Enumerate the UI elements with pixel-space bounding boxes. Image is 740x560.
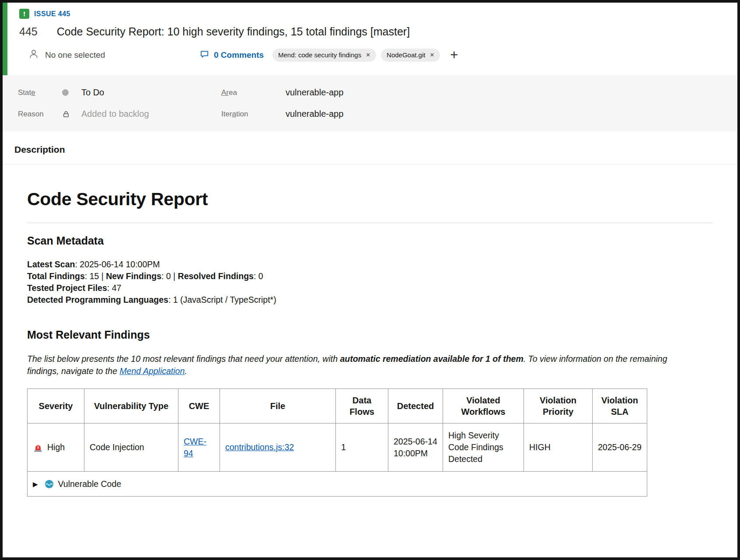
horizontal-rule [27, 223, 713, 223]
findings-counts-line: Total Findings: 15 | New Findings: 0 | R… [27, 270, 713, 282]
issue-id: 445 [19, 25, 38, 38]
data-flows-cell: 1 [336, 424, 388, 472]
speech-bubble-icon [199, 49, 209, 61]
tag-label: NodeGoat.git [387, 51, 425, 59]
file-cell: contributions.js:32 [220, 424, 336, 472]
reason-field-label: Reason [18, 110, 62, 119]
findings-table: Severity Vulnerability Type CWE File Dat… [27, 388, 647, 497]
column-header-severity: Severity [28, 389, 84, 424]
state-field: State To Do [18, 82, 221, 103]
fields-column-left: State To Do Reason Added to backlog [18, 82, 221, 131]
findings-intro: The list below presents the 10 most rele… [27, 353, 685, 377]
water-wave-icon [44, 479, 54, 489]
work-item-header: ISSUE 445 445 Code Security Report: 10 h… [3, 3, 737, 75]
meta-row: No one selected 0 Comments Mend: code se… [19, 48, 737, 62]
violated-workflows-cell: High Severity Code Findings Detected [443, 424, 524, 472]
iteration-value[interactable]: vulnerable-app [286, 109, 343, 119]
column-header-data-flows: Data Flows [336, 389, 388, 424]
comments-button[interactable]: 0 Comments [199, 49, 264, 61]
area-field-label: Area [221, 88, 286, 97]
comments-label: 0 Comments [214, 50, 264, 60]
cwe-cell: CWE-94 [178, 424, 220, 472]
violation-sla-cell: 2025-06-29 [593, 424, 647, 472]
iteration-field-label: Iteration [221, 110, 286, 119]
assignee-label: No one selected [45, 50, 105, 60]
severity-label: High [47, 442, 65, 452]
vulnerable-code-label[interactable]: Vulnerable Code [58, 479, 122, 489]
mend-application-link[interactable]: Mend Application [119, 366, 185, 376]
add-tag-button[interactable]: + [450, 48, 458, 62]
rotating-light-icon [33, 443, 43, 453]
tag-pill[interactable]: Mend: code security findings ✕ [272, 49, 376, 62]
most-relevant-findings-heading: Most Relevant Findings [27, 329, 713, 341]
issue-type-label[interactable]: ISSUE 445 [34, 10, 70, 18]
vulnerable-code-toggle[interactable]: ▶ Vulnerable Code [28, 472, 647, 497]
cwe-link[interactable]: CWE-94 [184, 437, 206, 458]
detected-cell: 2025-06-14 10:00PM [388, 424, 443, 472]
work-item-view: ISSUE 445 445 Code Security Report: 10 h… [0, 0, 740, 560]
latest-scan-line: Latest Scan: 2025-06-14 10:00PM [27, 259, 713, 270]
column-header-violation-priority: Violation Priority [524, 389, 593, 424]
state-value[interactable]: To Do [81, 88, 104, 98]
finding-row: High Code Injection CWE-94 contributions… [28, 424, 647, 472]
scan-metadata-block: Latest Scan: 2025-06-14 10:00PM Total Fi… [27, 259, 713, 306]
column-header-violated-workflows: Violated Workflows [443, 389, 524, 424]
state-dot-icon [62, 89, 81, 96]
type-row: ISSUE 445 [19, 9, 737, 19]
violation-priority-cell: HIGH [524, 424, 593, 472]
column-header-vulnerability-type: Vulnerability Type [84, 389, 178, 424]
iteration-field: Iteration vulnerable-app [221, 103, 343, 125]
area-value[interactable]: vulnerable-app [286, 88, 343, 98]
column-header-violation-sla: Violation SLA [593, 389, 647, 424]
description-section-heading: Description [3, 131, 737, 164]
issue-accent-bar [3, 3, 7, 75]
fields-column-right: Area vulnerable-app Iteration vulnerable… [221, 82, 343, 131]
issue-title-field[interactable]: Code Security Report: 10 high severity f… [57, 25, 410, 38]
tag-label: Mend: code security findings [278, 51, 361, 59]
fields-section: State To Do Reason Added to backlog Area… [3, 75, 737, 131]
plus-icon: + [450, 47, 458, 63]
vulnerable-code-row: ▶ Vulnerable Code [28, 472, 647, 497]
column-header-cwe: CWE [178, 389, 220, 424]
scan-metadata-heading: Scan Metadata [27, 234, 713, 247]
table-header-row: Severity Vulnerability Type CWE File Dat… [28, 389, 647, 424]
expand-triangle-icon[interactable]: ▶ [33, 480, 38, 488]
lock-icon [62, 110, 81, 118]
remove-tag-icon[interactable]: ✕ [366, 52, 370, 58]
person-icon [28, 48, 39, 62]
reason-field: Reason Added to backlog [18, 103, 221, 125]
remove-tag-icon[interactable]: ✕ [429, 52, 434, 58]
issue-type-icon [19, 9, 29, 19]
column-header-detected: Detected [388, 389, 443, 424]
reason-value[interactable]: Added to backlog [81, 109, 149, 119]
file-link[interactable]: contributions.js:32 [225, 442, 294, 452]
tested-files-line: Tested Project Files: 47 [27, 282, 713, 294]
languages-line: Detected Programming Languages: 1 (JavaS… [27, 294, 713, 306]
title-row: 445 Code Security Report: 10 high severi… [19, 25, 737, 38]
assignee-picker[interactable]: No one selected [28, 48, 199, 62]
tag-pill[interactable]: NodeGoat.git ✕ [381, 49, 440, 62]
report-title: Code Security Report [27, 189, 713, 210]
area-field: Area vulnerable-app [221, 82, 343, 103]
column-header-file: File [220, 389, 336, 424]
severity-cell: High [28, 424, 84, 472]
tag-list: Mend: code security findings ✕ NodeGoat.… [272, 48, 458, 62]
state-field-label: State [18, 88, 62, 97]
vulnerability-type-cell: Code Injection [84, 424, 178, 472]
description-content: Code Security Report Scan Metadata Lates… [3, 164, 737, 497]
